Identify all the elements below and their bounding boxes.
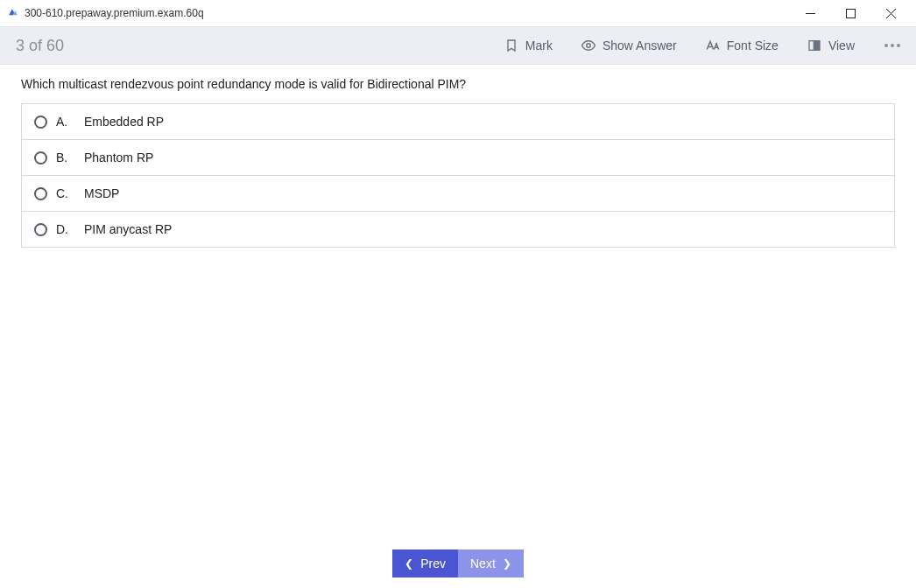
radio-icon: [34, 187, 47, 200]
next-button[interactable]: Next ❯: [458, 550, 524, 578]
option-letter: A.: [56, 115, 72, 129]
close-button[interactable]: [870, 0, 911, 26]
bookmark-icon: [504, 38, 519, 53]
chevron-right-icon: ❯: [503, 557, 511, 570]
option-b[interactable]: B. Phantom RP: [22, 140, 894, 176]
window-controls: [790, 0, 911, 26]
app-icon: [7, 7, 19, 19]
window-titlebar: 300-610.prepaway.premium.exam.60q: [0, 0, 916, 26]
question-text: Which multicast rendezvous point redunda…: [21, 77, 895, 91]
window-title: 300-610.prepaway.premium.exam.60q: [25, 7, 204, 19]
option-text: PIM anycast RP: [84, 222, 172, 236]
svg-rect-1: [846, 9, 855, 18]
show-answer-button[interactable]: Show Answer: [577, 34, 680, 57]
options-list: A. Embedded RP B. Phantom RP C. MSDP D. …: [21, 103, 895, 248]
svg-rect-6: [815, 41, 820, 51]
font-size-label: Font Size: [727, 38, 779, 52]
option-text: Embedded RP: [84, 115, 164, 129]
option-text: Phantom RP: [84, 150, 153, 164]
option-d[interactable]: D. PIM anycast RP: [22, 212, 894, 247]
prev-label: Prev: [420, 556, 446, 570]
option-text: MSDP: [84, 186, 119, 200]
next-label: Next: [470, 556, 496, 570]
font-size-button[interactable]: Font Size: [701, 34, 782, 57]
more-button[interactable]: [879, 40, 904, 51]
view-button[interactable]: View: [803, 34, 858, 57]
radio-icon: [34, 151, 47, 164]
mark-button[interactable]: Mark: [500, 34, 556, 57]
option-letter: B.: [56, 150, 72, 164]
svg-point-4: [587, 44, 591, 48]
eye-icon: [581, 38, 596, 53]
maximize-button[interactable]: [830, 0, 870, 26]
option-a[interactable]: A. Embedded RP: [22, 104, 894, 140]
prev-button[interactable]: ❮ Prev: [392, 550, 458, 578]
toolbar: 3 of 60 Mark Show Answer Font Size View: [0, 26, 916, 65]
question-area: Which multicast rendezvous point redunda…: [0, 65, 916, 539]
footer-nav: ❮ Prev Next ❯: [0, 539, 916, 588]
option-letter: C.: [56, 186, 72, 200]
view-label: View: [828, 38, 855, 52]
more-icon: [884, 44, 900, 47]
show-answer-label: Show Answer: [602, 38, 677, 52]
view-icon: [807, 38, 822, 53]
option-c[interactable]: C. MSDP: [22, 176, 894, 212]
font-size-icon: [705, 38, 721, 53]
mark-label: Mark: [525, 38, 553, 52]
radio-icon: [34, 116, 47, 129]
svg-rect-5: [809, 41, 814, 51]
chevron-left-icon: ❮: [405, 557, 413, 570]
option-letter: D.: [56, 222, 72, 236]
minimize-button[interactable]: [790, 0, 830, 26]
radio-icon: [34, 223, 47, 236]
progress-indicator: 3 of 60: [16, 37, 64, 55]
